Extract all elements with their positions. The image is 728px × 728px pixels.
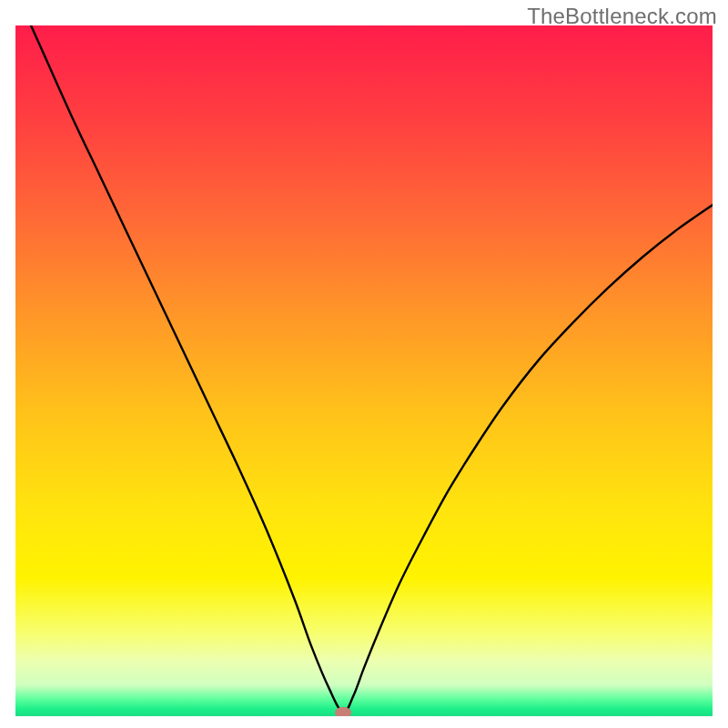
chart-frame: TheBottleneck.com	[0, 0, 728, 728]
gradient-background	[15, 25, 713, 716]
chart-svg	[15, 25, 713, 716]
watermark-label: TheBottleneck.com	[527, 4, 717, 29]
chart-plot-area	[15, 25, 713, 716]
